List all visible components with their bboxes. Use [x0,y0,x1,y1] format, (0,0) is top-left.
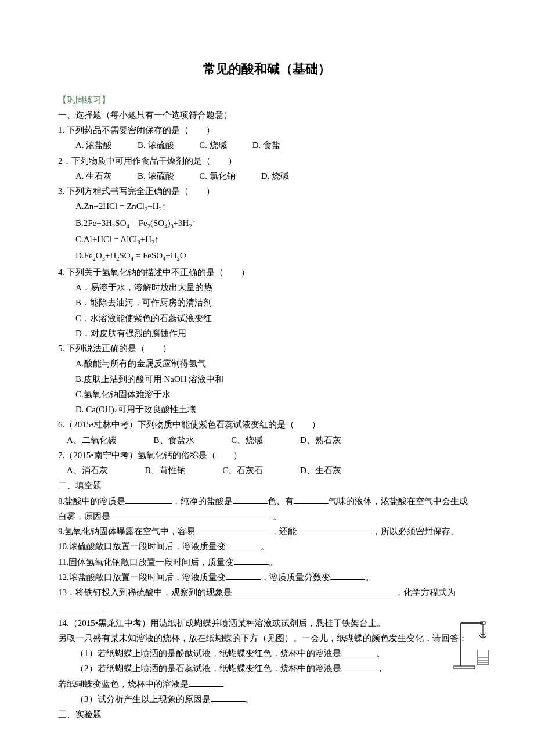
q14-intro2: 另取一只盛有某未知溶液的烧杯，放在纸蝴蝶的下方（见图）。一会儿，纸蝴蝶的颜色发生… [58,631,476,646]
experiment-apparatus-icon [453,618,493,671]
q1-stem: 1. 下列药品不需要密闭保存的是（ ） [58,123,476,138]
q1-a: A. 浓盐酸 [75,138,112,153]
q2-c: C. 氯化钠 [199,168,236,183]
practice-label: 【巩固练习】 [58,92,476,107]
q14-intro1: 14.（2015•黑龙江中考）用滤纸折成蝴蝶并喷洒某种溶液或试剂后，悬挂于铁架台… [58,615,476,631]
blank [58,601,104,610]
q5-b: B.皮肤上沾到的酸可用 NaOH 溶液中和 [58,372,476,387]
q3-b: B.2Fe+3H2SO4 = Fe2(SO4)3+3H2↑ [58,215,476,232]
q3-c: C.Al+HCl = AlCl3+H2↑ [58,232,476,248]
blank [297,525,372,534]
q1-d: D. 食盐 [252,138,280,153]
blank [110,510,273,519]
blank [125,495,172,504]
q1-c: C. 烧碱 [199,138,227,153]
q5-a: A.酸能与所有的金属反应制得氢气 [58,356,476,371]
q4-b: B．能除去油污，可作厨房的清洁剂 [58,295,476,310]
blank [189,678,223,687]
q12: 12.浓盐酸敞口放置一段时间后，溶液质量变，溶质质量分数变。 [58,570,476,585]
blank [233,495,268,504]
q7-b: B、苛性钠 [145,463,186,478]
q6-c: C、烧碱 [231,433,263,448]
q4-d: D．对皮肤有强烈的腐蚀作用 [58,326,476,341]
q6-d: D、熟石灰 [300,433,341,448]
svg-rect-0 [454,666,475,669]
q5-c: C.氢氧化钠固体难溶于水 [58,387,476,402]
blank [234,556,269,565]
q14-sub2-line2: 若纸蝴蝶变蓝色，烧杯中的溶液是 [58,676,476,692]
section-2-heading: 二、填空题 [58,478,476,493]
q14-block: 14.（2015•黑龙江中考）用滤纸折成蝴蝶并喷洒某种溶液或试剂后，悬挂于铁架台… [58,615,476,707]
q5-d: D. Ca(OH)₂可用于改良酸性土壤 [58,402,476,417]
q1-b: B. 浓硫酸 [138,138,174,153]
blank [226,571,261,580]
q14-sub2-line1: （2）若纸蝴蝶上喷洒的是石蕊试液，纸蝴蝶变红色，烧杯中的溶液是， [58,661,476,676]
q6-b: B、食盐水 [154,433,194,448]
blank [226,540,261,549]
blank [341,662,376,671]
q13: 13．将铁钉投入到稀硫酸中，观察到的现象是，化学方程式为 [58,585,476,615]
q6-options: A、二氧化碳 B、食盐水 C、烧碱 D、熟石灰 [58,433,476,448]
q7-a: A、消石灰 [67,463,108,478]
q2-stem: 2．下列物质中可用作食品干燥剂的是（ ） [58,153,476,168]
blank [211,693,246,702]
q7-options: A、消石灰 B、苛性钠 C、石灰石 D、生石灰 [58,463,476,478]
blank [294,495,329,504]
q4-a: A．易溶于水，溶解时放出大量的热 [58,280,476,295]
q4-c: C．水溶液能使紫色的石蕊试液变红 [58,311,476,326]
blank [195,525,270,534]
q2-d: D. 烧碱 [261,168,289,183]
section-1-heading: 一、选择题（每小题只有一个选项符合题意） [58,107,476,123]
section-3-heading: 三、实验题 [58,707,476,722]
page-title: 常见的酸和碱（基础） [58,58,476,81]
q2-b: B. 浓硫酸 [138,168,174,183]
q3-d: D.Fe2O3+H2SO4 = FeSO4+H2O [58,248,476,264]
q3-a: A.Zn+2HCl = ZnCl2+H2↑ [58,199,476,215]
q4-stem: 4. 下列关于氢氧化钠的描述中不正确的是（ ） [58,265,476,280]
q7-stem: 7.（2015•南宁中考）氢氧化钙的俗称是（ ） [58,448,476,463]
q10: 10.浓硫酸敞口放置一段时间后，溶液质量变。 [58,539,476,554]
q9: 9.氢氧化钠固体曝露在空气中，容易，还能，所以必须密封保存。 [58,524,476,539]
q3-stem: 3. 下列方程式书写完全正确的是（ ） [58,183,476,199]
q11: 11.固体氢氧化钠敞口放置一段时间后，质量变。 [58,555,476,570]
q2-a: A. 生石灰 [75,168,112,183]
q1-options: A. 浓盐酸 B. 浓硫酸 C. 烧碱 D. 食盐 [58,138,476,153]
q5-stem: 5. 下列说法正确的是（ ） [58,341,476,356]
q14-sub3: （3）试分析产生以上现象的原因是。 [58,692,476,707]
q2-options: A. 生石灰 B. 浓硫酸 C. 氯化钠 D. 烧碱 [58,168,476,183]
q14-sub1: （1）若纸蝴蝶上喷洒的是酚酞试液，纸蝴蝶变红色，烧杯中的溶液是。 [58,646,476,661]
blank [341,647,376,656]
q6-stem: 6.（2015•桂林中考）下列物质中能使紫色石蕊试液变红的是（ ） [58,417,476,432]
blank [330,571,365,580]
q7-c: C、石灰石 [222,463,263,478]
q7-d: D、生石灰 [300,463,341,478]
q8: 8.盐酸中的溶质是，纯净的盐酸是色、有气味的液体，浓盐酸在空气中会生成白雾，原因… [58,494,476,524]
q6-a: A、二氧化碳 [67,433,117,448]
blank [232,586,395,595]
